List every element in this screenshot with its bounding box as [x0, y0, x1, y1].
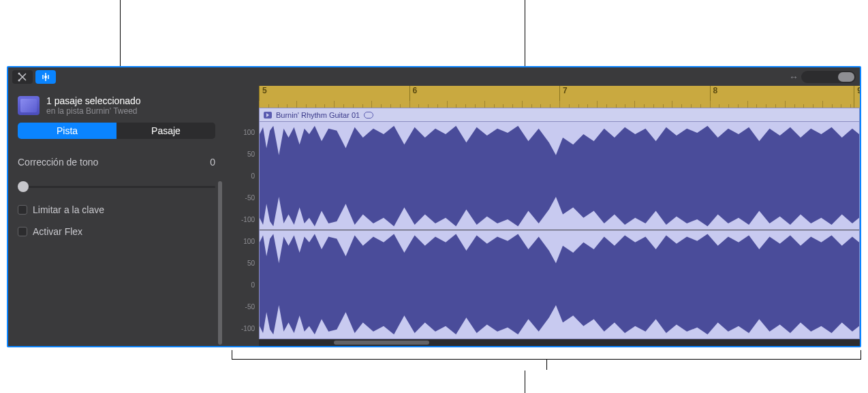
amp-label: 0 — [251, 172, 255, 180]
selection-title: 1 pasaje seleccionado — [46, 95, 141, 106]
enable-flex-label: Activar Flex — [33, 226, 82, 237]
ruler-marker: 7 — [559, 86, 568, 108]
ruler-tick — [756, 104, 757, 108]
ruler-tick — [296, 101, 297, 108]
ruler-tick — [841, 104, 841, 108]
pitch-correction-row: Corrección de tono 0 — [18, 157, 215, 168]
ruler-tick — [494, 104, 495, 108]
ruler-tick — [512, 104, 513, 108]
flex-tool-button[interactable] — [35, 70, 56, 84]
ruler-tick — [447, 101, 448, 108]
ruler-tick — [437, 104, 438, 108]
ruler-marker: 6 — [409, 86, 418, 108]
pitch-correction-slider[interactable] — [18, 180, 215, 193]
amplitude-scale: 100 50 0 -50 -100 100 50 0 -50 -100 — [225, 121, 259, 339]
inspector-scrollbar[interactable] — [218, 181, 222, 345]
scissors-tool-button[interactable] — [12, 70, 33, 84]
ruler-tick — [531, 104, 532, 108]
waveform-display[interactable] — [259, 121, 860, 339]
ruler-tick — [832, 104, 833, 108]
ruler-tick — [390, 104, 391, 108]
ruler-tick — [315, 104, 316, 108]
ruler-tick — [400, 104, 401, 108]
amp-label: 100 — [243, 238, 255, 245]
ruler-tick — [775, 104, 776, 108]
ruler-tick — [278, 104, 279, 108]
amp-label: 50 — [247, 151, 255, 158]
amp-label: -50 — [245, 303, 255, 311]
horizontal-scrollbar[interactable] — [259, 339, 860, 346]
pitch-slider-knob[interactable] — [18, 181, 29, 192]
ruler-tick — [803, 104, 804, 108]
play-icon — [264, 112, 272, 119]
ruler-tick — [484, 101, 485, 108]
horizontal-zoom-slider[interactable] — [801, 71, 856, 83]
amp-label: -50 — [245, 194, 255, 202]
ruler-tick — [738, 104, 739, 108]
ruler-marker: 9 — [854, 86, 861, 108]
callout-line-top-mid — [525, 0, 525, 66]
ruler-tick — [353, 104, 354, 108]
selection-subtitle: en la pista Burnin' Tweed — [46, 106, 141, 116]
audio-clip-header[interactable]: Burnin' Rhythm Guitar 01 — [259, 108, 860, 121]
ruler-tick — [428, 104, 429, 108]
ruler-tick — [606, 104, 607, 108]
ruler-tick — [362, 104, 363, 108]
inspector-panel: 1 pasaje seleccionado en la pista Burnin… — [8, 86, 225, 346]
ruler-tick — [343, 104, 344, 108]
ruler-tick — [719, 104, 719, 108]
callout-line-bottom — [525, 371, 525, 393]
tab-region[interactable]: Pasaje — [117, 123, 215, 139]
audio-editor-window: ↔ 1 pasaje seleccionado en la pista Burn… — [7, 66, 861, 347]
callout-bracket-bottom — [232, 350, 861, 360]
ruler-tick — [287, 104, 288, 108]
pitch-correction-label: Corrección de tono — [18, 157, 98, 168]
inspector-tab-group: Pista Pasaje — [18, 123, 215, 139]
svg-point-2 — [44, 76, 47, 78]
ruler-tick — [710, 101, 711, 108]
pitch-correction-value: 0 — [210, 157, 215, 168]
track-instrument-icon — [18, 96, 40, 115]
ruler-tick — [794, 104, 795, 108]
ruler-tick — [475, 104, 476, 108]
ruler-tick — [813, 104, 813, 108]
ruler-tick — [559, 101, 560, 108]
ruler-tick — [625, 104, 625, 108]
ruler-tick — [259, 101, 260, 108]
ruler-tick — [381, 104, 382, 108]
ruler-tick — [456, 104, 456, 108]
ruler-tick — [418, 104, 419, 108]
ruler-tick — [634, 101, 635, 108]
waveform-editor-area: 5 6 7 8 9 Burnin' Rhythm Guitar 01 100 5… — [225, 86, 860, 346]
ruler-tick — [324, 104, 325, 108]
tab-track[interactable]: Pista — [18, 123, 117, 139]
ruler-tick — [850, 104, 851, 108]
scrollbar-thumb[interactable] — [334, 341, 429, 345]
time-ruler[interactable]: 5 6 7 8 9 — [259, 86, 860, 108]
limit-to-key-checkbox[interactable] — [18, 205, 27, 215]
ruler-tick — [587, 104, 588, 108]
ruler-tick — [700, 104, 701, 108]
ruler-tick — [465, 104, 466, 108]
clip-name: Burnin' Rhythm Guitar 01 — [276, 111, 360, 119]
ruler-tick — [785, 101, 786, 108]
ruler-tick — [569, 104, 570, 108]
ruler-tick — [747, 101, 748, 108]
ruler-tick — [681, 104, 682, 108]
waveform-svg — [260, 122, 859, 339]
zoom-direction-icon: ↔ — [789, 72, 799, 82]
limit-to-key-label: Limitar a la clave — [33, 204, 104, 215]
limit-to-key-row[interactable]: Limitar a la clave — [18, 204, 215, 215]
zoom-slider-handle[interactable] — [838, 72, 854, 82]
enable-flex-row[interactable]: Activar Flex — [18, 226, 215, 237]
editor-toolbar: ↔ — [8, 67, 860, 86]
ruler-tick — [597, 101, 598, 108]
ruler-marker: 5 — [259, 86, 267, 108]
enable-flex-checkbox[interactable] — [18, 227, 27, 236]
ruler-marker: 8 — [710, 86, 718, 108]
amp-label: 0 — [251, 281, 255, 289]
ruler-tick — [268, 104, 269, 108]
ruler-tick — [503, 104, 503, 108]
ruler-tick — [371, 101, 372, 108]
svg-point-1 — [18, 79, 20, 81]
